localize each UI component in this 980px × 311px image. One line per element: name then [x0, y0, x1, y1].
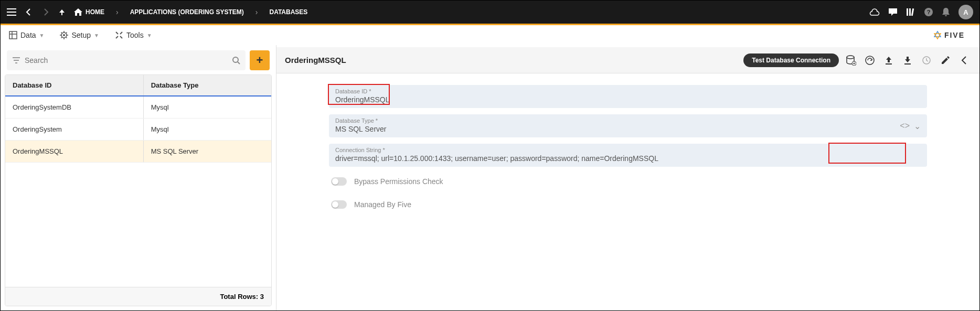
chevron-down-icon: ▼ — [147, 33, 152, 38]
field-connection-string[interactable]: Connection String * driver=mssql; url=10… — [329, 144, 927, 167]
svg-rect-3 — [907, 8, 908, 16]
tools-icon — [115, 31, 123, 39]
brand-logo: FIVE — [933, 30, 971, 40]
back-icon[interactable] — [25, 8, 33, 16]
topbar: HOME › APPLICATIONS (ORDERING SYSTEM) › … — [1, 1, 979, 24]
svg-point-12 — [63, 34, 65, 36]
table-header: Database ID Database Type — [5, 75, 271, 96]
svg-rect-4 — [909, 8, 911, 16]
upload-icon[interactable] — [882, 56, 896, 65]
search-input[interactable] — [25, 56, 228, 65]
toggle-label: Managed By Five — [354, 200, 411, 209]
filter-icon — [12, 57, 20, 63]
cell-db-id: OrderingSystemDB — [5, 96, 144, 118]
svg-rect-18 — [886, 63, 892, 65]
edit-icon[interactable] — [939, 56, 952, 65]
search-icon[interactable] — [232, 56, 240, 65]
field-label: Database Type * — [335, 117, 921, 124]
svg-rect-8 — [9, 31, 17, 39]
menu-tools-label: Tools — [126, 31, 144, 39]
grid-icon — [9, 31, 17, 39]
svg-rect-5 — [911, 8, 914, 16]
chevron-down-icon: ▼ — [39, 33, 45, 38]
chat-icon[interactable] — [888, 8, 898, 16]
detail-title: OrderingMSSQL — [285, 56, 346, 65]
svg-rect-0 — [7, 8, 16, 9]
svg-text:?: ? — [927, 9, 931, 15]
toggle-label: Bypass Permissions Check — [354, 177, 443, 186]
clock-icon — [920, 56, 933, 65]
breadcrumb-databases[interactable]: DATABASES — [269, 8, 307, 16]
toggle-switch[interactable] — [331, 200, 347, 209]
svg-point-15 — [847, 56, 854, 59]
detail-form: Database ID * OrderingMSSQL Database Typ… — [276, 73, 979, 224]
svg-point-17 — [866, 56, 874, 65]
avatar-letter: A — [963, 8, 968, 16]
chevron-right-icon: › — [255, 8, 258, 16]
chevron-down-icon: ▼ — [94, 33, 99, 38]
database-table: Database ID Database Type OrderingSystem… — [5, 74, 272, 306]
forward-icon — [41, 8, 50, 16]
gear-icon — [60, 31, 68, 39]
cloud-icon[interactable] — [869, 8, 880, 16]
code-icon[interactable]: <> — [900, 121, 910, 131]
chevron-right-icon: › — [116, 8, 119, 16]
cell-db-type: MS SQL Server — [144, 141, 271, 162]
svg-line-14 — [238, 62, 240, 64]
up-icon[interactable] — [58, 8, 66, 16]
menu-setup-label: Setup — [71, 31, 91, 39]
add-button[interactable]: + — [250, 50, 270, 70]
back-arrow-icon[interactable] — [957, 56, 971, 65]
brand-icon — [933, 30, 942, 40]
menu-icon[interactable] — [7, 8, 16, 16]
field-label: Database ID * — [335, 88, 921, 94]
table-footer: Total Rows: 3 — [5, 287, 271, 306]
plus-icon: + — [257, 53, 263, 67]
field-value: MS SQL Server — [335, 125, 921, 133]
search-box[interactable] — [7, 50, 246, 70]
toggle-switch[interactable] — [331, 177, 347, 186]
menu-data-label: Data — [20, 31, 36, 39]
toggle-managed-by-five[interactable]: Managed By Five — [329, 196, 927, 213]
table-row[interactable]: OrderingMSSQL MS SQL Server — [5, 141, 271, 163]
sync-icon[interactable] — [863, 55, 877, 66]
table-row[interactable]: OrderingSystem Mysql — [5, 119, 271, 141]
library-icon[interactable] — [906, 8, 915, 16]
svg-rect-2 — [7, 15, 16, 16]
menu-setup[interactable]: Setup▼ — [60, 31, 99, 39]
chevron-down-icon[interactable]: ⌄ — [914, 121, 921, 131]
svg-rect-19 — [904, 63, 911, 65]
field-database-type[interactable]: Database Type * MS SQL Server <> ⌄ — [329, 114, 927, 137]
svg-point-13 — [233, 57, 238, 62]
column-header-type[interactable]: Database Type — [144, 75, 271, 95]
breadcrumb-applications[interactable]: APPLICATIONS (ORDERING SYSTEM) — [130, 8, 244, 16]
cell-db-id: OrderingMSSQL — [5, 141, 144, 162]
field-database-id[interactable]: Database ID * OrderingMSSQL — [329, 85, 927, 108]
cell-db-id: OrderingSystem — [5, 119, 144, 140]
cell-db-type: Mysql — [144, 96, 271, 118]
cell-db-type: Mysql — [144, 119, 271, 140]
detail-pane: OrderingMSSQL Test Database Connection D… — [276, 45, 979, 310]
toggle-bypass-permissions[interactable]: Bypass Permissions Check — [329, 173, 927, 190]
test-connection-button[interactable]: Test Database Connection — [743, 53, 839, 67]
menu-tools[interactable]: Tools▼ — [115, 31, 152, 39]
menu-data[interactable]: Data▼ — [9, 31, 44, 39]
help-icon[interactable]: ? — [924, 7, 933, 17]
breadcrumb-home-label: HOME — [86, 8, 104, 16]
field-label: Connection String * — [335, 147, 921, 153]
column-header-id[interactable]: Database ID — [5, 75, 144, 95]
detail-header: OrderingMSSQL Test Database Connection — [276, 47, 979, 73]
field-value: driver=mssql; url=10.1.25.000:1433; user… — [335, 154, 921, 163]
avatar[interactable]: A — [958, 5, 973, 19]
table-row[interactable]: OrderingSystemDB Mysql — [5, 96, 271, 119]
home-icon — [74, 8, 82, 16]
bell-icon[interactable] — [942, 7, 950, 17]
brand-text: FIVE — [944, 31, 965, 39]
breadcrumb-home[interactable]: HOME — [74, 8, 104, 16]
field-value: OrderingMSSQL — [335, 95, 921, 104]
download-icon[interactable] — [901, 56, 914, 65]
menubar: Data▼ Setup▼ Tools▼ FIVE — [1, 25, 979, 45]
svg-rect-1 — [7, 12, 16, 13]
list-pane: + Database ID Database Type OrderingSyst… — [1, 45, 276, 310]
database-plus-icon[interactable] — [844, 55, 858, 66]
